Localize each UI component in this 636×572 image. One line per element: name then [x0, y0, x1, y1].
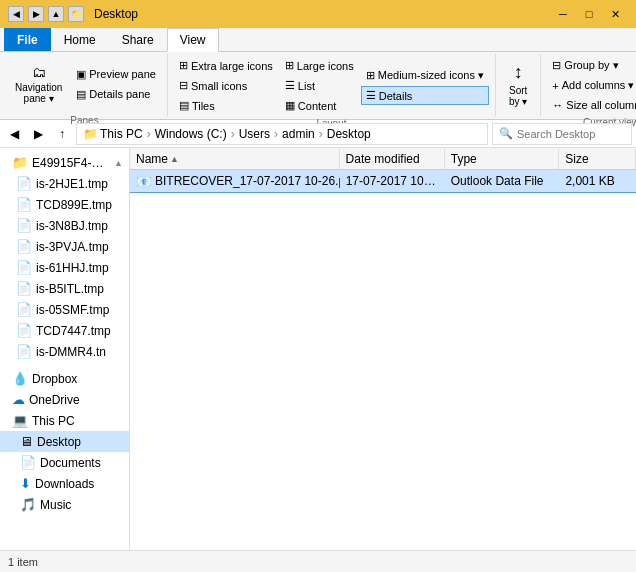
sidebar-item-b5itl[interactable]: 📄 is-B5ITL.tmp — [0, 278, 129, 299]
large-icons-label: Large icons — [297, 60, 354, 72]
sidebar-item-e49915[interactable]: 📁 E49915F4-1F5... ▲ — [0, 152, 129, 173]
folder-icon: 📁 — [68, 6, 84, 22]
ribbon-group-layout: ⊞ Extra large icons ⊟ Small icons ▤ Tile… — [170, 54, 496, 117]
up-button[interactable]: ↑ — [52, 124, 72, 144]
extra-large-icons-button[interactable]: ⊞ Extra large icons — [174, 56, 278, 75]
forward-icon[interactable]: ▶ — [28, 6, 44, 22]
preview-pane-button[interactable]: ▣ Preview pane — [71, 65, 161, 84]
sort-by-label: Sortby ▾ — [509, 85, 527, 107]
sort-by-icon: ↕ — [514, 62, 523, 83]
title-bar: ◀ ▶ ▲ 📁 Desktop ─ □ ✕ — [0, 0, 636, 28]
panes-row: 🗂 Navigationpane ▾ ▣ Preview pane ▤ Deta… — [8, 56, 161, 112]
sidebar-item-music[interactable]: 🎵 Music — [0, 494, 129, 515]
breadcrumb-sep-2: › — [231, 127, 235, 141]
search-bar[interactable]: 🔍 — [492, 123, 632, 145]
file-cell-type: Outlook Data File — [445, 172, 560, 190]
status-bar: 1 item — [0, 550, 636, 572]
file-cell-size: 2,001 KB — [559, 172, 636, 190]
sidebar-label-dropbox: Dropbox — [32, 372, 77, 386]
sidebar-label-61hhj: is-61HHJ.tmp — [36, 261, 109, 275]
breadcrumb-desktop[interactable]: Desktop — [327, 127, 371, 141]
col-header-name[interactable]: Name ▲ — [130, 149, 340, 169]
breadcrumb-sep-3: › — [274, 127, 278, 141]
sort-big-btn-wrapper: ↕ Sortby ▾ — [502, 56, 534, 112]
pst-file-icon: 📧 — [136, 174, 152, 189]
tiles-button[interactable]: ▤ Tiles — [174, 96, 278, 115]
sidebar-doc-icon-7: 📄 — [16, 302, 32, 317]
minimize-button[interactable]: ─ — [550, 4, 576, 24]
tab-home[interactable]: Home — [51, 28, 109, 51]
search-icon: 🔍 — [499, 127, 513, 140]
search-input[interactable] — [517, 128, 625, 140]
file-row-bitrecover[interactable]: 📧 BITRECOVER_17-07-2017 10-26.pst 17-07-… — [130, 170, 636, 192]
sidebar-item-tcd7447[interactable]: 📄 TCD7447.tmp — [0, 320, 129, 341]
col-header-date[interactable]: Date modified — [340, 149, 445, 169]
sidebar-item-this-pc[interactable]: 💻 This PC — [0, 410, 129, 431]
sidebar-label-3pvja: is-3PVJA.tmp — [36, 240, 109, 254]
sidebar-item-2hje1[interactable]: 📄 is-2HJE1.tmp — [0, 173, 129, 194]
content-button[interactable]: ▦ Content — [280, 96, 359, 115]
small-icons-button[interactable]: ⊟ Small icons — [174, 76, 278, 95]
size-all-columns-button[interactable]: ↔ Size all columns to fit — [547, 96, 636, 114]
sidebar-item-05smf[interactable]: 📄 is-05SMF.tmp — [0, 299, 129, 320]
medium-icons-label: Medium-sized icons ▾ — [378, 69, 484, 82]
sidebar-item-downloads[interactable]: ⬇ Downloads — [0, 473, 129, 494]
breadcrumb-admin[interactable]: admin — [282, 127, 315, 141]
sidebar-label-desktop: Desktop — [37, 435, 81, 449]
title-bar-icons: ◀ ▶ ▲ 📁 — [8, 6, 84, 22]
layout-col1: ⊞ Extra large icons ⊟ Small icons ▤ Tile… — [174, 56, 278, 115]
main-layout: 📁 E49915F4-1F5... ▲ 📄 is-2HJE1.tmp 📄 TCD… — [0, 148, 636, 550]
sidebar-folder-icon: 📁 — [12, 155, 28, 170]
up-icon[interactable]: ▲ — [48, 6, 64, 22]
col-header-type[interactable]: Type — [445, 149, 560, 169]
tab-view[interactable]: View — [167, 28, 219, 52]
layout-col3: ⊞ Medium-sized icons ▾ ☰ Details — [361, 66, 489, 105]
tab-file[interactable]: File — [4, 28, 51, 51]
sidebar-doc-icon-1: 📄 — [16, 176, 32, 191]
sidebar-item-documents[interactable]: 📄 Documents — [0, 452, 129, 473]
details-button[interactable]: ☰ Details — [361, 86, 489, 105]
navigation-pane-button[interactable]: 🗂 Navigationpane ▾ — [8, 56, 69, 112]
breadcrumb-bar[interactable]: 📁 This PC › Windows (C:) › Users › admin… — [76, 123, 488, 145]
breadcrumb-this-pc[interactable]: This PC — [100, 127, 143, 141]
list-button[interactable]: ☰ List — [280, 76, 359, 95]
tab-share[interactable]: Share — [109, 28, 167, 51]
sidebar-item-3pvja[interactable]: 📄 is-3PVJA.tmp — [0, 236, 129, 257]
sort-arrow-name: ▲ — [170, 154, 179, 164]
breadcrumb-windows[interactable]: Windows (C:) — [155, 127, 227, 141]
sidebar-item-dropbox[interactable]: 💧 Dropbox — [0, 368, 129, 389]
group-by-icon: ⊟ — [552, 59, 561, 72]
sidebar-item-desktop[interactable]: 🖥 Desktop — [0, 431, 129, 452]
sidebar-item-tcd899e[interactable]: 📄 TCD899E.tmp — [0, 194, 129, 215]
maximize-button[interactable]: □ — [576, 4, 602, 24]
details-pane-label: Details pane — [89, 88, 150, 100]
large-icons-button[interactable]: ⊞ Large icons — [280, 56, 359, 75]
forward-button[interactable]: ▶ — [28, 124, 48, 144]
details-pane-button[interactable]: ▤ Details pane — [71, 85, 161, 104]
tiles-label: Tiles — [192, 100, 215, 112]
sidebar-label-b5itl: is-B5ITL.tmp — [36, 282, 104, 296]
preview-pane-label: Preview pane — [89, 68, 156, 80]
details-label: Details — [379, 90, 413, 102]
breadcrumb-users[interactable]: Users — [239, 127, 270, 141]
preview-pane-icon: ▣ — [76, 68, 86, 81]
back-button[interactable]: ◀ — [4, 124, 24, 144]
sidebar-item-dmmr4[interactable]: 📄 is-DMMR4.tn — [0, 341, 129, 362]
sidebar-label-2hje1: is-2HJE1.tmp — [36, 177, 108, 191]
close-button[interactable]: ✕ — [602, 4, 628, 24]
small-icons-label: Small icons — [191, 80, 247, 92]
medium-icons-button[interactable]: ⊞ Medium-sized icons ▾ — [361, 66, 489, 85]
group-by-button[interactable]: ⊟ Group by ▾ — [547, 56, 636, 75]
back-icon[interactable]: ◀ — [8, 6, 24, 22]
sort-by-button[interactable]: ↕ Sortby ▾ — [502, 56, 534, 112]
onedrive-icon: ☁ — [12, 392, 25, 407]
add-columns-button[interactable]: + Add columns ▾ — [547, 76, 636, 95]
documents-icon: 📄 — [20, 455, 36, 470]
col-name-label: Name — [136, 152, 168, 166]
group-by-label: Group by ▾ — [564, 59, 618, 72]
sidebar-item-61hhj[interactable]: 📄 is-61HHJ.tmp — [0, 257, 129, 278]
sidebar-item-3n8bj[interactable]: 📄 is-3N8BJ.tmp — [0, 215, 129, 236]
sidebar-item-onedrive[interactable]: ☁ OneDrive — [0, 389, 129, 410]
desktop-icon: 🖥 — [20, 434, 33, 449]
col-header-size[interactable]: Size — [559, 149, 636, 169]
